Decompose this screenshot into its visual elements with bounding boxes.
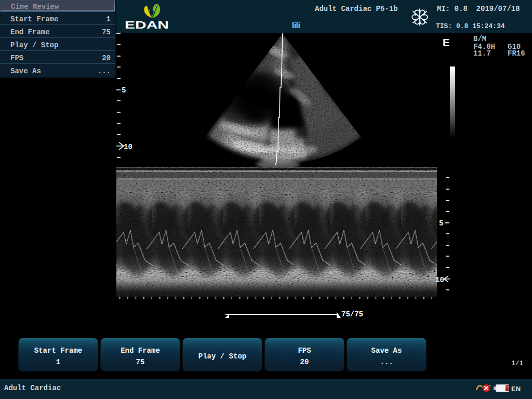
svg-text:EDAN: EDAN	[125, 19, 169, 31]
svg-text:5: 5	[439, 219, 443, 228]
svg-text:10: 10	[124, 143, 132, 151]
svg-text:5: 5	[122, 86, 126, 95]
svg-text:10: 10	[435, 276, 444, 284]
